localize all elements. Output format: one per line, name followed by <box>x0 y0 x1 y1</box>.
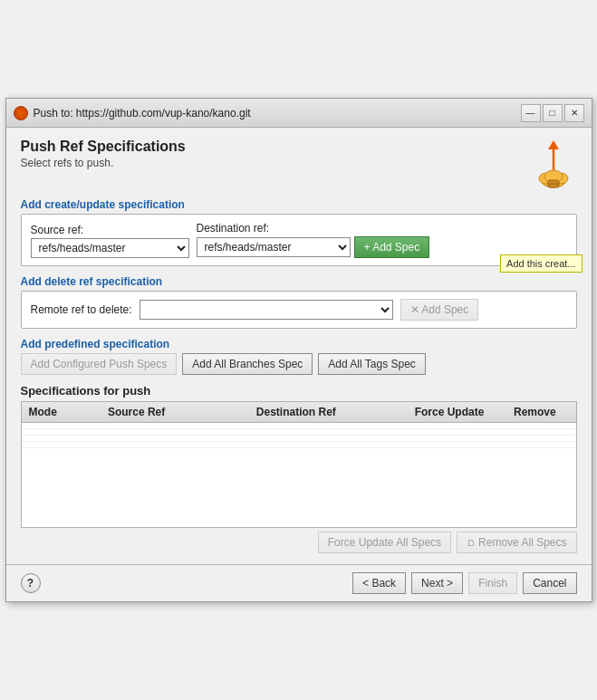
push-cloud-icon <box>532 139 575 189</box>
back-button[interactable]: < Back <box>352 572 406 594</box>
maximize-button[interactable]: □ <box>543 104 563 122</box>
specs-table-container: Mode Source Ref Destination Ref Force Up… <box>21 401 577 528</box>
add-delete-spec-button[interactable]: ✕ Add Spec <box>400 299 479 321</box>
col-header-source: Source Ref <box>101 402 249 423</box>
add-all-branches-label: Add All Branches Spec <box>192 358 303 370</box>
col-header-force: Force Update <box>408 402 506 423</box>
title-bar-left: Push to: https://github.com/vup-kano/kan… <box>14 106 251 120</box>
specs-section: Specifications for push Mode Source Ref … <box>21 384 577 553</box>
back-label: < Back <box>362 577 396 590</box>
specs-table: Mode Source Ref Destination Ref Force Up… <box>22 402 576 448</box>
table-row <box>22 436 576 442</box>
remote-ref-label: Remote ref to delete: <box>31 303 132 316</box>
cancel-button[interactable]: Cancel <box>523 572 576 594</box>
next-button[interactable]: Next > <box>411 572 463 594</box>
main-window: Push to: https://github.com/vup-kano/kan… <box>5 98 592 602</box>
remove-specs-label: Remove All Specs <box>478 536 566 549</box>
footer: ? < Back Next > Finish Cancel <box>6 564 592 601</box>
create-update-section: Add create/update specification Source r… <box>21 198 577 266</box>
table-row <box>22 423 576 429</box>
dest-ref-label: Destination ref: <box>197 222 430 235</box>
remote-ref-select[interactable] <box>140 300 393 320</box>
footer-right: < Back Next > Finish Cancel <box>352 572 576 594</box>
dest-ref-group: Destination ref: refs/heads/master + Add… <box>197 222 430 258</box>
specs-table-body <box>22 423 576 448</box>
title-bar: Push to: https://github.com/vup-kano/kan… <box>6 99 592 128</box>
footer-left: ? <box>21 573 41 593</box>
finish-button[interactable]: Finish <box>468 572 517 594</box>
delete-ref-form: Remote ref to delete: ✕ Add Spec <box>21 291 577 329</box>
app-icon <box>14 106 28 120</box>
specs-actions-row: Force Update All Specs 🗋 Remove All Spec… <box>21 532 577 553</box>
add-create-spec-button[interactable]: + Add Spec <box>354 236 430 258</box>
table-row <box>22 429 576 436</box>
add-configured-label: Add Configured Push Specs <box>31 358 168 370</box>
page-title: Push Ref Specifications <box>21 139 186 155</box>
page-header: Push Ref Specifications Select refs to p… <box>21 139 577 189</box>
close-button[interactable]: ✕ <box>564 104 584 122</box>
delete-ref-section: Add delete ref specification Remote ref … <box>21 275 577 329</box>
minimize-button[interactable]: — <box>521 104 541 122</box>
add-create-spec-label: + Add Spec <box>364 241 420 254</box>
create-update-label: Add create/update specification <box>21 198 577 211</box>
dest-ref-select[interactable]: refs/heads/master <box>197 237 351 257</box>
create-update-row: Source ref: refs/heads/master Destinatio… <box>31 222 567 258</box>
predefined-label: Add predefined specification <box>21 338 577 350</box>
main-panel: Push Ref Specifications Select refs to p… <box>6 128 592 564</box>
page-subtitle: Select refs to push. <box>21 157 186 169</box>
col-header-dest: Destination Ref <box>249 402 408 423</box>
source-ref-group: Source ref: refs/heads/master <box>31 224 189 258</box>
add-all-tags-button[interactable]: Add All Tags Spec <box>318 353 426 375</box>
content-area: Push Ref Specifications Select refs to p… <box>6 128 592 564</box>
specs-table-header-row: Mode Source Ref Destination Ref Force Up… <box>22 402 576 423</box>
help-label: ? <box>27 577 34 590</box>
window-title: Push to: https://github.com/vup-kano/kan… <box>34 107 251 120</box>
remove-specs-icon: 🗋 <box>467 538 476 548</box>
table-row <box>22 442 576 448</box>
force-update-label: Force Update All Specs <box>328 536 441 549</box>
next-label: Next > <box>421 577 453 590</box>
remove-specs-button[interactable]: 🗋 Remove All Specs <box>457 532 576 553</box>
finish-label: Finish <box>478 577 507 590</box>
cloud-icon-area <box>530 139 577 189</box>
add-delete-spec-label: ✕ Add Spec <box>410 303 469 316</box>
specs-table-head: Mode Source Ref Destination Ref Force Up… <box>22 402 576 423</box>
predefined-section: Add predefined specification Add Configu… <box>21 338 577 375</box>
add-all-tags-label: Add All Tags Spec <box>328 358 416 370</box>
source-ref-select[interactable]: refs/heads/master <box>31 238 189 258</box>
specs-section-label: Specifications for push <box>21 384 577 398</box>
add-all-branches-button[interactable]: Add All Branches Spec <box>182 353 313 375</box>
delete-ref-label: Add delete ref specification <box>21 275 577 288</box>
add-configured-push-button[interactable]: Add Configured Push Specs <box>21 353 178 375</box>
cancel-label: Cancel <box>533 577 566 590</box>
col-header-remove: Remove <box>506 402 576 423</box>
page-title-block: Push Ref Specifications Select refs to p… <box>21 139 186 169</box>
force-update-all-button[interactable]: Force Update All Specs <box>318 532 451 553</box>
delete-ref-row: Remote ref to delete: ✕ Add Spec <box>31 299 567 321</box>
svg-marker-1 <box>548 140 559 149</box>
predefined-buttons-row: Add Configured Push Specs Add All Branch… <box>21 353 577 375</box>
window-controls: — □ ✕ <box>521 104 584 122</box>
col-header-mode: Mode <box>22 402 101 423</box>
create-update-form: Source ref: refs/heads/master Destinatio… <box>21 214 577 266</box>
help-button[interactable]: ? <box>21 573 41 593</box>
source-ref-label: Source ref: <box>31 224 189 236</box>
